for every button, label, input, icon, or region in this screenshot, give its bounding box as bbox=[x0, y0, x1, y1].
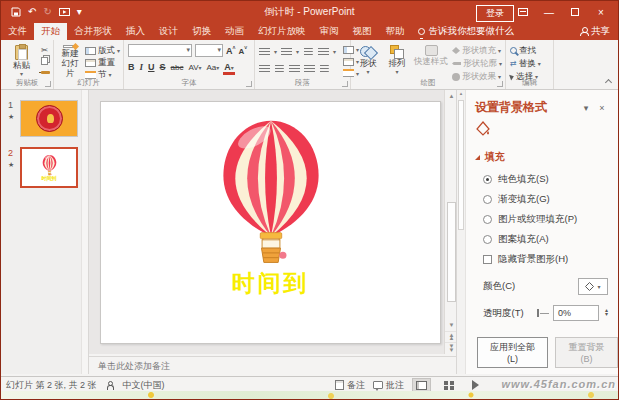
arrange-button[interactable]: 排列 ▾ bbox=[384, 43, 410, 78]
find-button[interactable]: 查找 bbox=[510, 45, 541, 56]
paragraph-dialog-launcher[interactable] bbox=[342, 81, 348, 87]
tab-insert[interactable]: 插入 bbox=[119, 23, 152, 40]
align-right-icon[interactable] bbox=[289, 65, 300, 72]
align-left-icon[interactable] bbox=[259, 65, 270, 72]
tab-help[interactable]: 帮助 bbox=[379, 23, 412, 40]
fill-bucket-icon[interactable] bbox=[475, 121, 491, 136]
copy-button[interactable] bbox=[41, 56, 50, 66]
slider-thumb[interactable] bbox=[537, 309, 539, 317]
option-hide-background[interactable]: 隐藏背景图形(H) bbox=[483, 253, 618, 266]
numbering-icon[interactable] bbox=[281, 48, 292, 55]
panel-scrollbar-thumb[interactable] bbox=[458, 100, 464, 230]
fill-section-header[interactable]: 填充 bbox=[475, 150, 618, 164]
transparency-row: 透明度(T) 0% ▴ ▾ bbox=[483, 305, 608, 321]
slide-1-thumbnail[interactable] bbox=[20, 100, 78, 137]
option-picture-fill[interactable]: 图片或纹理填充(P) bbox=[483, 213, 618, 226]
tell-me-box[interactable]: 告诉我你想要做什么 bbox=[412, 23, 521, 40]
maximize-button[interactable] bbox=[562, 1, 588, 23]
accessibility-icon[interactable] bbox=[107, 381, 113, 390]
grow-font-button[interactable]: A˄ bbox=[226, 46, 235, 56]
slides-group-label: 幻灯片 bbox=[54, 78, 123, 88]
layout-button[interactable]: 版式▾ bbox=[85, 45, 120, 56]
option-solid-fill[interactable]: 纯色填充(S) bbox=[483, 173, 618, 186]
panel-scroll-up-icon[interactable]: ▴ bbox=[457, 90, 465, 96]
hot-air-balloon-image[interactable] bbox=[197, 116, 345, 266]
tab-design[interactable]: 设计 bbox=[152, 23, 185, 40]
indent-icon[interactable] bbox=[303, 48, 314, 55]
spin-down-icon[interactable]: ▾ bbox=[605, 313, 608, 317]
tab-animations[interactable]: 动画 bbox=[218, 23, 251, 40]
justify-icon[interactable] bbox=[304, 65, 315, 72]
font-name-combo[interactable] bbox=[128, 44, 192, 57]
tab-transitions[interactable]: 切换 bbox=[185, 23, 218, 40]
italic-button[interactable]: I bbox=[140, 63, 144, 72]
shape-outline-icon bbox=[452, 62, 461, 65]
bullets-icon[interactable] bbox=[259, 48, 270, 55]
close-button[interactable]: × bbox=[588, 1, 614, 23]
share-button[interactable]: 共享 bbox=[580, 25, 610, 38]
maximize-icon bbox=[571, 8, 579, 16]
tab-merge-shapes[interactable]: 合并形状 bbox=[67, 23, 119, 40]
font-size-combo[interactable] bbox=[195, 44, 223, 57]
copy-icon bbox=[41, 57, 48, 65]
option-pattern-fill[interactable]: 图案填充(A) bbox=[483, 233, 618, 246]
language-indicator[interactable]: 中文(中国) bbox=[123, 379, 165, 392]
notes-toggle-button[interactable]: 备注 bbox=[335, 379, 365, 392]
character-spacing-button[interactable]: AV▾ bbox=[188, 64, 201, 72]
panel-options-dropdown-icon[interactable]: ▾ bbox=[578, 103, 594, 113]
font-dialog-launcher[interactable] bbox=[246, 81, 252, 87]
align-center-icon[interactable] bbox=[274, 65, 285, 72]
replace-button[interactable]: ⇄替换▾ bbox=[510, 58, 541, 69]
drawing-dialog-launcher[interactable] bbox=[497, 81, 503, 87]
color-picker-button[interactable]: ▾ bbox=[578, 278, 608, 295]
shrink-font-button[interactable]: A˅ bbox=[238, 46, 247, 56]
font-group-label: 字体 bbox=[124, 78, 254, 88]
transparency-spinner[interactable]: ▴ ▾ bbox=[605, 309, 608, 316]
comments-toggle-button[interactable]: 批注 bbox=[373, 379, 404, 392]
slide-counter[interactable]: 幻灯片 第 2 张, 共 2 张 bbox=[6, 379, 97, 392]
scrollbar-thumb[interactable] bbox=[447, 202, 456, 302]
slide-canvas[interactable]: 时间到 bbox=[100, 101, 441, 344]
ribbon-display-options-button[interactable] bbox=[510, 1, 536, 23]
font-color-button[interactable]: A▾ bbox=[224, 63, 234, 72]
tab-home[interactable]: 开始 bbox=[34, 23, 67, 40]
columns-icon[interactable] bbox=[319, 65, 330, 72]
paste-button[interactable]: 粘贴 ▾ bbox=[5, 43, 38, 78]
title-bar: ↶ ↻ ▾ 倒计时 - PowerPoint 登录 — × bbox=[1, 1, 618, 23]
clipboard-dialog-launcher[interactable] bbox=[45, 81, 51, 87]
cut-button[interactable]: ✂ bbox=[41, 45, 50, 55]
slide-thumbnail-pane: 1 ★ 2 ★ 时间到 bbox=[1, 90, 89, 374]
signin-button[interactable]: 登录 bbox=[476, 5, 514, 22]
bold-button[interactable]: B bbox=[128, 63, 135, 72]
panel-close-icon[interactable]: × bbox=[594, 103, 610, 113]
customize-qat-icon[interactable]: ▾ bbox=[77, 7, 82, 17]
tab-file[interactable]: 文件 bbox=[1, 23, 34, 40]
section-expanded-icon bbox=[475, 155, 480, 160]
transparency-slider[interactable] bbox=[537, 309, 549, 317]
tab-slideshow[interactable]: 幻灯片放映 bbox=[251, 23, 313, 40]
tab-review[interactable]: 审阅 bbox=[313, 23, 346, 40]
clear-formatting-button[interactable]: abc bbox=[171, 64, 184, 72]
option-gradient-fill[interactable]: 渐变填充(G) bbox=[483, 193, 618, 206]
change-case-button[interactable]: Aa▾ bbox=[207, 64, 220, 72]
apply-to-all-button[interactable]: 应用到全部(L) bbox=[477, 337, 548, 368]
transparency-value-input[interactable]: 0% bbox=[553, 305, 599, 321]
slide-2-thumbnail[interactable]: 时间到 bbox=[20, 147, 78, 188]
underline-button[interactable]: U bbox=[148, 63, 155, 72]
collapse-ribbon-icon[interactable] bbox=[605, 79, 612, 86]
strikethrough-button[interactable]: S bbox=[160, 63, 166, 72]
reset-button[interactable]: 重置 bbox=[85, 57, 120, 68]
panel-scrollbar[interactable]: ▴ bbox=[457, 90, 466, 374]
slide-caption-text[interactable]: 时间到 bbox=[101, 268, 440, 299]
minimize-button[interactable]: — bbox=[536, 1, 562, 23]
format-painter-button[interactable] bbox=[41, 68, 50, 78]
notes-pane[interactable]: 单击此处添加备注 bbox=[89, 356, 458, 376]
new-slide-button[interactable]: 新建 幻灯片 bbox=[58, 43, 82, 78]
tab-view[interactable]: 视图 bbox=[346, 23, 379, 40]
start-slideshow-icon[interactable] bbox=[59, 8, 70, 17]
save-icon[interactable] bbox=[11, 7, 21, 17]
thumbnail-pane-scrollbar[interactable] bbox=[81, 90, 88, 374]
undo-icon[interactable]: ↶ bbox=[28, 7, 36, 17]
line-spacing-icon[interactable] bbox=[318, 48, 329, 55]
shapes-button[interactable]: 形状 ▾ bbox=[355, 43, 381, 78]
